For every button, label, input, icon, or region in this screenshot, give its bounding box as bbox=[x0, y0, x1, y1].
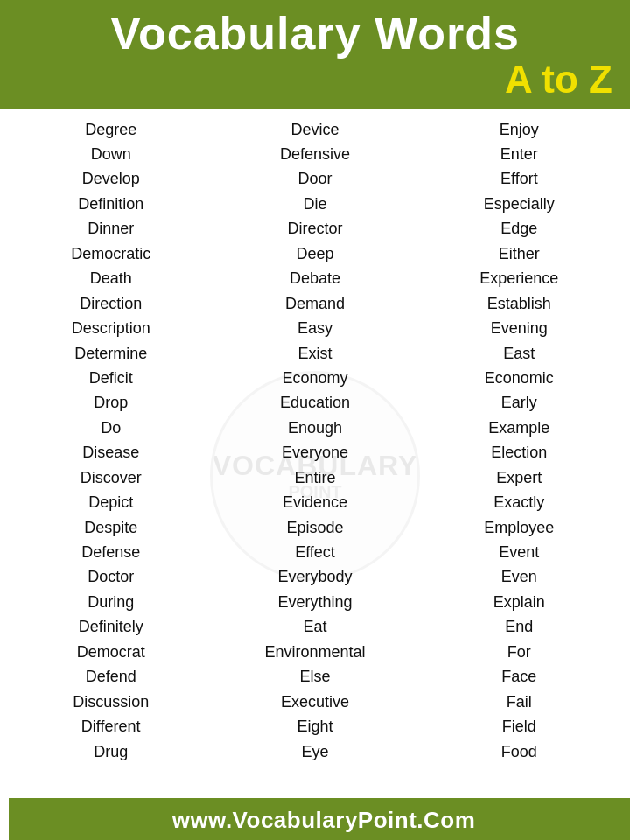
list-item: Executive bbox=[281, 690, 349, 714]
list-item: During bbox=[88, 590, 134, 614]
list-item: Eye bbox=[301, 739, 328, 764]
list-item: Edge bbox=[500, 216, 537, 241]
list-item: Employee bbox=[484, 515, 554, 540]
list-item: Drug bbox=[94, 739, 128, 764]
words-section: VOCABULARY POINT DegreeDownDevelopDefini… bbox=[0, 108, 630, 840]
list-item: Enjoy bbox=[500, 117, 539, 142]
list-item: Down bbox=[91, 142, 131, 166]
list-item: Defense bbox=[81, 540, 140, 564]
list-item: Develop bbox=[82, 166, 140, 191]
list-item: Doctor bbox=[88, 564, 134, 589]
list-item: Either bbox=[499, 242, 540, 266]
header-title: Vocabulary Words bbox=[18, 9, 612, 59]
list-item: Event bbox=[499, 540, 539, 564]
list-item: Entire bbox=[294, 466, 335, 490]
list-item: Easy bbox=[298, 316, 332, 340]
columns-container: DegreeDownDevelopDefinitionDinnerDemocra… bbox=[9, 117, 621, 764]
list-item: Discussion bbox=[73, 690, 149, 714]
list-item: Deep bbox=[296, 242, 333, 266]
list-item: Defend bbox=[86, 664, 136, 689]
list-item: Enough bbox=[288, 416, 342, 440]
list-item: Definition bbox=[78, 192, 144, 216]
list-item: Door bbox=[298, 166, 332, 191]
header: Vocabulary Words A to Z bbox=[0, 0, 630, 108]
list-item: Eat bbox=[303, 614, 326, 639]
list-item: Even bbox=[501, 564, 537, 589]
header-subtitle: A to Z bbox=[18, 59, 612, 101]
list-item: Device bbox=[290, 117, 339, 142]
list-item: Experience bbox=[480, 266, 558, 290]
list-item: Die bbox=[303, 192, 326, 216]
list-item: Early bbox=[501, 390, 537, 415]
list-item: Determine bbox=[74, 341, 147, 366]
column-3: EnjoyEnterEffortEspeciallyEdgeEitherExpe… bbox=[417, 117, 621, 764]
list-item: Field bbox=[502, 714, 536, 738]
list-item: Different bbox=[81, 714, 141, 738]
list-item: Evening bbox=[491, 316, 548, 340]
list-item: Despite bbox=[84, 515, 137, 540]
list-item: Explain bbox=[494, 590, 545, 614]
list-item: Expert bbox=[496, 466, 542, 490]
list-item: Everybody bbox=[277, 564, 352, 589]
list-item: Fail bbox=[507, 690, 532, 714]
list-item: Environmental bbox=[264, 640, 365, 664]
list-item: Everyone bbox=[282, 440, 348, 465]
list-item: Effort bbox=[500, 166, 538, 191]
footer: www.VocabularyPoint.Com bbox=[9, 798, 630, 840]
list-item: Definitely bbox=[79, 614, 144, 639]
list-item: Drop bbox=[94, 390, 128, 415]
list-item: Debate bbox=[290, 266, 340, 290]
list-item: Exist bbox=[298, 341, 332, 366]
list-item: For bbox=[508, 640, 531, 664]
list-item: Face bbox=[501, 664, 536, 689]
footer-url: www.VocabularyPoint.Com bbox=[172, 807, 476, 834]
list-item: Food bbox=[501, 739, 537, 764]
list-item: Establish bbox=[487, 291, 551, 316]
list-item: Depict bbox=[88, 490, 133, 514]
list-item: Exactly bbox=[494, 490, 544, 514]
list-item: Eight bbox=[297, 714, 332, 738]
list-item: Demand bbox=[285, 291, 345, 316]
column-1: DegreeDownDevelopDefinitionDinnerDemocra… bbox=[9, 117, 213, 764]
list-item: Enter bbox=[500, 142, 538, 166]
list-item: Democrat bbox=[77, 640, 145, 664]
list-item: Direction bbox=[80, 291, 142, 316]
list-item: Defensive bbox=[280, 142, 350, 166]
list-item: Economic bbox=[485, 366, 554, 390]
list-item: Director bbox=[287, 216, 342, 241]
list-item: East bbox=[503, 341, 535, 366]
list-item: Especially bbox=[484, 192, 555, 216]
list-item: Effect bbox=[295, 540, 335, 564]
list-item: Do bbox=[101, 416, 121, 440]
list-item: Else bbox=[299, 664, 330, 689]
list-item: Discover bbox=[80, 466, 142, 490]
list-item: Degree bbox=[85, 117, 136, 142]
column-2: DeviceDefensiveDoorDieDirectorDeepDebate… bbox=[213, 117, 416, 764]
list-item: Election bbox=[491, 440, 547, 465]
list-item: End bbox=[505, 614, 533, 639]
list-item: Example bbox=[488, 416, 550, 440]
list-item: Education bbox=[280, 390, 350, 415]
list-item: Disease bbox=[82, 440, 139, 465]
list-item: Description bbox=[72, 316, 150, 340]
list-item: Episode bbox=[286, 515, 343, 540]
list-item: Evidence bbox=[283, 490, 347, 514]
list-item: Dinner bbox=[88, 216, 134, 241]
list-item: Everything bbox=[277, 590, 352, 614]
list-item: Democratic bbox=[71, 242, 150, 266]
list-item: Death bbox=[90, 266, 132, 290]
list-item: Deficit bbox=[89, 366, 133, 390]
list-item: Economy bbox=[282, 366, 347, 390]
